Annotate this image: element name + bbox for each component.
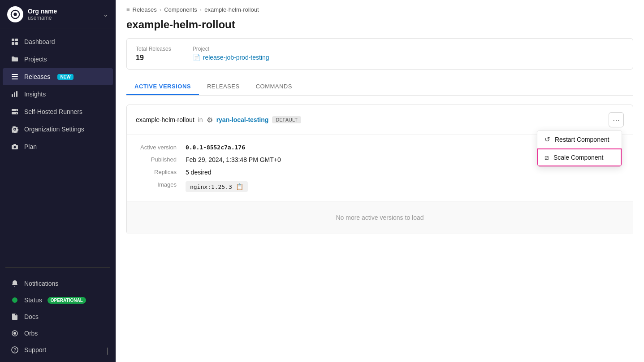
folder-icon (11, 55, 19, 63)
sidebar-item-projects[interactable]: Projects (3, 51, 113, 68)
replicas-label: Replicas (140, 169, 177, 176)
sidebar-item-support-label: Support (24, 346, 46, 353)
sidebar-item-status[interactable]: Status OPERATIONAL (3, 292, 113, 308)
project-label: Project (193, 46, 269, 52)
breadcrumb: ≡ Releases › Components › example-helm-r… (116, 0, 644, 17)
svg-point-1 (13, 13, 17, 16)
dollar-icon (11, 143, 19, 151)
sidebar-item-releases[interactable]: Releases NEW (3, 68, 113, 85)
project-name: release-job-prod-testing (203, 54, 269, 61)
sidebar-item-org-settings-label: Organization Settings (24, 126, 84, 133)
version-in-text: in (198, 116, 203, 123)
images-value: nginx:1.25.3 📋 (186, 181, 619, 192)
restart-component-item[interactable]: ↺ Restart Component (537, 131, 622, 148)
svg-rect-9 (12, 94, 13, 97)
svg-rect-3 (15, 39, 18, 41)
image-name: nginx:1.25.3 (190, 183, 232, 190)
svg-rect-8 (12, 79, 18, 79)
svg-rect-10 (14, 92, 15, 97)
svg-point-19 (12, 297, 17, 303)
org-info: Org name username (28, 8, 103, 21)
svg-rect-6 (12, 74, 18, 75)
sidebar-item-docs-label: Docs (24, 313, 39, 320)
svg-text:?: ? (14, 348, 17, 353)
default-badge: DEFAULT (272, 116, 301, 123)
org-header[interactable]: Org name username ⌄ (0, 0, 116, 29)
total-releases-value: 19 (136, 54, 171, 62)
no-more-versions: No more active versions to load (127, 201, 633, 234)
page-title: example-helm-rollout (116, 17, 644, 38)
tab-releases[interactable]: RELEASES (199, 79, 248, 95)
info-card: Total Releases 19 Project 📄 release-job-… (126, 38, 633, 70)
tab-commands[interactable]: COMMANDS (248, 79, 300, 95)
scale-component-label: Scale Component (553, 154, 603, 161)
sidebar-collapse-button[interactable]: ❘ (104, 346, 110, 355)
version-env-link[interactable]: ryan-local-testing (216, 116, 269, 123)
svg-rect-2 (12, 39, 14, 41)
env-gear-icon: ⚙ (207, 116, 213, 124)
chevron-down-icon: ⌄ (103, 11, 108, 18)
main-content: ≡ Releases › Components › example-helm-r… (116, 0, 644, 362)
sidebar-item-plan-label: Plan (24, 143, 37, 150)
svg-point-15 (16, 113, 17, 114)
sidebar-item-support[interactable]: ? Support (3, 342, 113, 358)
breadcrumb-releases[interactable]: Releases (133, 6, 157, 13)
breadcrumb-components[interactable]: Components (164, 6, 197, 13)
sidebar-item-docs[interactable]: Docs (3, 309, 113, 325)
list-icon (11, 73, 19, 81)
org-logo (7, 6, 23, 22)
image-chip: nginx:1.25.3 📋 (186, 181, 248, 192)
bell-icon (11, 279, 19, 288)
svg-point-20 (13, 332, 16, 335)
sidebar-item-notifications[interactable]: Notifications (3, 275, 113, 292)
svg-rect-7 (12, 76, 18, 77)
published-label: Published (140, 156, 177, 163)
sidebar-username: username (28, 15, 103, 21)
sidebar-item-insights[interactable]: Insights (3, 86, 113, 103)
status-icon (11, 296, 19, 304)
sidebar-item-projects-label: Projects (24, 56, 47, 63)
sidebar-item-orbs[interactable]: Orbs (3, 325, 113, 341)
breadcrumb-icon: ≡ (126, 6, 130, 13)
doc-icon (11, 313, 19, 321)
project-link[interactable]: 📄 release-job-prod-testing (193, 54, 269, 61)
scale-component-item[interactable]: ⧄ Scale Component (537, 148, 622, 166)
sidebar-item-plan[interactable]: Plan (3, 138, 113, 155)
total-releases-label: Total Releases (136, 46, 171, 52)
project-file-icon: 📄 (193, 54, 200, 61)
sidebar-item-insights-label: Insights (24, 91, 46, 98)
tabs: ACTIVE VERSIONS RELEASES COMMANDS (126, 79, 633, 96)
tab-active-versions[interactable]: ACTIVE VERSIONS (126, 79, 199, 95)
grid-icon (11, 38, 19, 46)
sidebar-item-status-label: Status (24, 297, 42, 304)
active-version-label: Active version (140, 144, 177, 151)
svg-rect-4 (12, 42, 14, 45)
server-icon (11, 108, 19, 116)
sidebar-nav: Dashboard Projects Releases NEW Insights (0, 29, 116, 264)
dropdown-menu: ↺ Restart Component ⧄ Scale Component (537, 130, 622, 167)
sidebar-item-runners-label: Self-Hosted Runners (24, 108, 82, 115)
more-options-button[interactable]: ⋯ (609, 112, 624, 127)
orbs-icon (11, 329, 19, 337)
copy-icon[interactable]: 📋 (236, 183, 243, 190)
sidebar-item-releases-label: Releases (24, 73, 50, 80)
version-card-title: example-helm-rollout in ⚙ ryan-local-tes… (136, 116, 301, 124)
scale-icon: ⧄ (545, 153, 549, 161)
restart-icon: ↺ (545, 135, 550, 144)
svg-rect-5 (15, 42, 18, 45)
gear-icon (11, 125, 19, 133)
replicas-value: 5 desired (186, 169, 619, 176)
sidebar-item-dashboard[interactable]: Dashboard (3, 33, 113, 50)
sidebar-item-runners[interactable]: Self-Hosted Runners (3, 103, 113, 120)
images-label: Images (140, 181, 177, 192)
sidebar-item-org-settings[interactable]: Organization Settings (3, 121, 113, 138)
tab-content: example-helm-rollout in ⚙ ryan-local-tes… (116, 96, 644, 362)
svg-rect-11 (16, 91, 17, 97)
breadcrumb-sep-2: › (200, 6, 202, 13)
org-name: Org name (28, 8, 103, 15)
bar-chart-icon (11, 90, 19, 98)
project-field: Project 📄 release-job-prod-testing (193, 46, 269, 61)
operational-badge: OPERATIONAL (48, 297, 86, 304)
releases-new-badge: NEW (57, 74, 73, 80)
question-icon: ? (11, 346, 19, 354)
